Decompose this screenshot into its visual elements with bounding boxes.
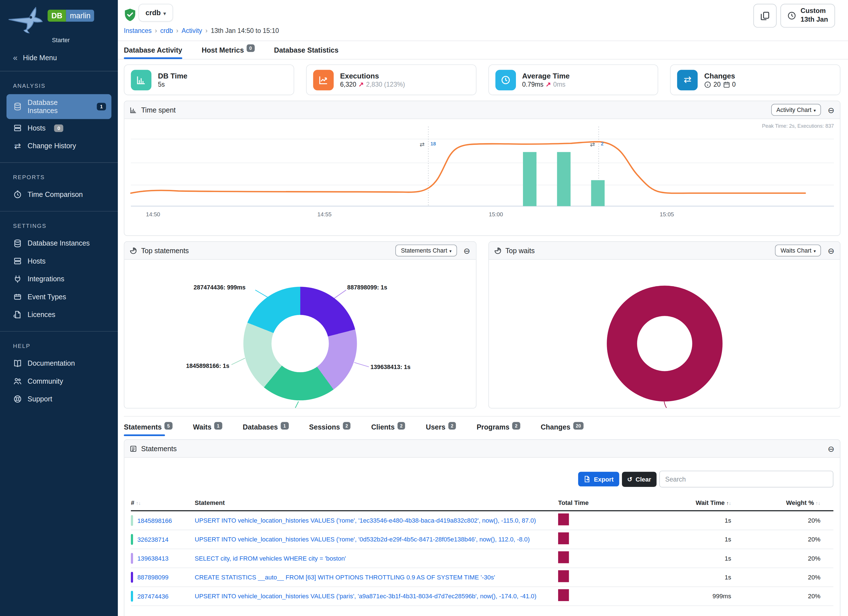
total-time-bar — [558, 551, 569, 563]
calendar-icon — [723, 81, 730, 88]
instance-selector[interactable]: crdb▾ — [138, 4, 173, 21]
tab-programs[interactable]: Programs2 — [477, 423, 520, 436]
top-bar: crdb▾ Instances›crdb›Activity›13th Jan 1… — [118, 0, 848, 41]
statement-id-link[interactable]: 139638413 — [138, 555, 169, 562]
swap-arrows-icon: ⇄ — [678, 70, 698, 90]
total-time-bar — [558, 533, 569, 544]
copy-link-button[interactable] — [753, 4, 777, 28]
col-wait-time[interactable]: Wait Time↑↓ — [655, 499, 731, 506]
statement-color-chip — [131, 553, 133, 564]
panel-title: Top statements — [141, 246, 189, 255]
shield-check-icon — [124, 8, 136, 24]
waits-donut-chart[interactable] — [606, 286, 722, 402]
sidebar-item-database-instances[interactable]: Database Instances 1 — [6, 94, 111, 119]
statement-id-link[interactable]: 887898099 — [138, 574, 169, 580]
divider — [0, 162, 118, 163]
sidebar-item-time-comparison[interactable]: Time Comparison — [0, 186, 118, 203]
caret-down-icon: ▾ — [814, 108, 816, 113]
hide-menu-button[interactable]: « Hide Menu — [0, 43, 118, 71]
sidebar-item-hosts[interactable]: Hosts 0 — [0, 119, 118, 137]
sort-icons: ↑↓ — [726, 500, 731, 506]
sidebar: DBmarlin Starter « Hide Menu ANALYSIS Da… — [0, 0, 118, 616]
collapse-panel-icon[interactable]: ⊖ — [463, 246, 470, 255]
statements-donut-chart[interactable] — [243, 286, 357, 400]
sidebar-item-settings-hosts[interactable]: Hosts — [0, 252, 118, 270]
server-icon — [13, 123, 22, 133]
clock-icon — [787, 11, 796, 20]
tab-users[interactable]: Users2 — [426, 423, 456, 436]
clear-button[interactable]: ↺ Clear — [622, 471, 657, 487]
statement-id-link[interactable]: 326238714 — [138, 536, 169, 543]
executions-bar[interactable] — [591, 180, 605, 206]
tab-database-statistics[interactable]: Database Statistics — [274, 41, 338, 59]
tab-sessions[interactable]: Sessions2 — [309, 423, 351, 436]
time-range-button[interactable]: Custom13th Jan — [781, 4, 835, 28]
sidebar-item-change-history[interactable]: ⇄ Change History — [0, 137, 118, 155]
waits-chart-select[interactable]: Waits Chart▾ — [775, 245, 821, 256]
sidebar-item-event-types[interactable]: Event Types — [0, 288, 118, 306]
statement-sql-link[interactable]: UPSERT INTO vehicle_location_histories V… — [194, 517, 558, 524]
col-id[interactable]: #↑↓ — [131, 499, 194, 506]
count-badge: 1 — [280, 422, 289, 429]
sidebar-item-support[interactable]: Support — [0, 390, 118, 408]
breadcrumb-crdb[interactable]: crdb — [160, 27, 173, 35]
col-total-time[interactable]: Total Time — [558, 499, 655, 506]
statement-sql-link[interactable]: SELECT city, id FROM vehicles WHERE city… — [194, 555, 558, 561]
wait-time-value: 1s — [655, 536, 731, 543]
tab-database-activity[interactable]: Database Activity — [124, 41, 182, 59]
col-statement[interactable]: Statement — [194, 499, 558, 506]
table-row: 1845898166 UPSERT INTO vehicle_location_… — [131, 511, 833, 530]
export-button[interactable]: Export — [578, 472, 619, 486]
export-icon — [584, 476, 591, 483]
tab-changes[interactable]: Changes20 — [541, 423, 584, 436]
change-marker-count: 18 — [430, 141, 436, 147]
count-badge: 2 — [512, 422, 520, 429]
section-settings: SETTINGS — [13, 223, 118, 229]
executions-bar[interactable] — [557, 152, 571, 206]
collapse-panel-icon[interactable]: ⊖ — [828, 246, 835, 255]
executions-bar[interactable] — [523, 152, 537, 206]
statement-sql-link[interactable]: UPSERT INTO vehicle_location_histories V… — [194, 536, 558, 543]
breadcrumb-instances[interactable]: Instances — [124, 27, 151, 35]
weight-value: 20% — [731, 555, 834, 561]
collapse-panel-icon[interactable]: ⊖ — [828, 444, 835, 453]
kpi-changes: ⇄ Changes 20 0 — [670, 64, 841, 95]
tab-host-metrics[interactable]: Host Metrics0 — [202, 41, 255, 59]
statements-chart-select[interactable]: Statements Chart▾ — [396, 245, 457, 256]
table-row: 326238714 UPSERT INTO vehicle_location_h… — [131, 530, 833, 549]
tab-waits[interactable]: Waits1 — [193, 423, 222, 436]
licence-document-icon — [13, 310, 22, 319]
count-badge: 2 — [343, 422, 351, 429]
executions-value: 6,320 — [340, 81, 356, 88]
time-spent-chart[interactable]: ⇄ 18 ⇄ 2 Peak Time: 2s, Executions: 837 … — [124, 119, 840, 235]
statement-sql-link[interactable]: CREATE STATISTICS __auto__ FROM [63] WIT… — [194, 574, 558, 580]
edition-label: Starter — [52, 37, 118, 43]
statement-sql-link[interactable]: UPSERT INTO vehicle_location_histories V… — [194, 593, 558, 600]
people-icon — [13, 377, 22, 386]
sidebar-item-integrations[interactable]: Integrations — [0, 270, 118, 288]
col-weight[interactable]: Weight %↑↓ — [731, 499, 834, 506]
calendar-changes-count: 0 — [732, 81, 736, 88]
donut-label: 287474436: 999ms — [194, 284, 246, 291]
sidebar-item-documentation[interactable]: Documentation — [0, 355, 118, 372]
statement-color-chip — [131, 591, 133, 601]
statement-id-link[interactable]: 287474436 — [138, 593, 169, 600]
activity-chart-svg: ⇄ 18 ⇄ 2 Peak Time: 2s, Executions: 837 … — [124, 119, 841, 235]
tab-clients[interactable]: Clients2 — [371, 423, 405, 436]
table-row: 887898099 CREATE STATISTICS __auto__ FRO… — [131, 568, 833, 587]
activity-chart-select[interactable]: Activity Chart▾ — [771, 104, 821, 116]
sidebar-item-community[interactable]: Community — [0, 372, 118, 390]
tab-statements[interactable]: Statements5 — [124, 423, 172, 436]
sidebar-item-licences[interactable]: Licences — [0, 306, 118, 324]
primary-tabs: Database Activity Host Metrics0 Database… — [118, 41, 848, 59]
search-input[interactable] — [659, 471, 833, 487]
divider — [0, 331, 118, 332]
collapse-panel-icon[interactable]: ⊖ — [828, 106, 835, 114]
sort-icons: ↑↓ — [136, 500, 141, 506]
statement-id-link[interactable]: 1845898166 — [138, 517, 172, 524]
pie-chart-icon — [130, 247, 137, 254]
sidebar-item-settings-database-instances[interactable]: Database Instances — [0, 234, 118, 252]
clock-icon — [495, 70, 516, 90]
tab-databases[interactable]: Databases1 — [243, 423, 289, 436]
breadcrumb-activity[interactable]: Activity — [182, 27, 202, 35]
